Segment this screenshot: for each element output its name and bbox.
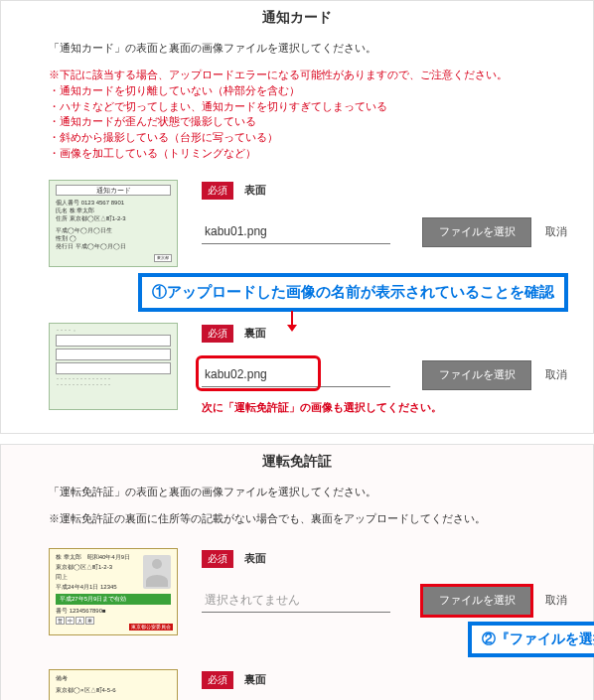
next-step-note: 次に「運転免許証」の画像も選択してください。 [202, 400, 593, 415]
file-name-back: kabu02.png [202, 363, 390, 387]
required-badge: 必須 [202, 550, 233, 568]
face-label-front: 表面 [244, 551, 266, 566]
avatar-icon [143, 555, 171, 589]
lic-cat: 普 [56, 617, 65, 625]
card-num: 0123 4567 8901 [81, 200, 124, 206]
lic-no-label: 番号 [56, 608, 68, 614]
warn-line: ・ハサミなどで切ってしまい、通知カードを切りすぎてしまっている [49, 99, 593, 115]
warn-line: ・通知カードを切り離していない（枠部分を含む） [49, 83, 593, 99]
callout-2: ②『ファイルを選択』をクリック↑ [468, 622, 594, 657]
upload-controls-lic-back: 必須 裏面 選択されてません ファイルを選択 取消 「ご注意事項」をご確認の上、… [202, 669, 593, 701]
lic-cat: 中 [66, 617, 74, 625]
preview-lic-back: 備考 東京都◯×区△町4-5-6 東京公安 [49, 669, 178, 701]
lic-ura-label: 備考 [56, 674, 171, 683]
card-exp: 発行日 平成◯年◯月◯日 [56, 243, 126, 249]
face-label-front: 表面 [244, 183, 266, 198]
lic-valid: 平成27年5月9日まで有効 [56, 594, 171, 605]
cancel-link-front-tsuchi[interactable]: 取消 [545, 224, 567, 239]
face-label-back: 裏面 [244, 326, 266, 341]
card-chip: 東京都 [154, 254, 172, 261]
warn-line: ・画像を加工している（トリミングなど） [49, 146, 593, 162]
required-badge: 必須 [202, 671, 233, 689]
cancel-link-front-lic[interactable]: 取消 [545, 593, 567, 608]
warn-line: ・通知カードが歪んだ状態で撮影している [49, 114, 593, 130]
card-name-label: 氏名 [56, 208, 68, 213]
upload-controls-lic-front: 必須 表面 選択されてません ファイルを選択 取消 ②『ファイルを選択』をクリッ… [202, 548, 593, 661]
section-tsuchi-card: 通知カード 「通知カード」の表面と裏面の画像ファイルを選択してください。 ※下記… [0, 0, 594, 434]
lic-no: 1234567890■ [70, 608, 106, 614]
section-description: 「運転免許証」の表面と裏面の画像ファイルを選択してください。 [49, 485, 593, 499]
callout-1: ①アップロードした画像の名前が表示されていることを確認 [138, 273, 568, 312]
required-badge: 必須 [202, 325, 233, 343]
preview-tsuchi-back: －－－－ ： －－－－－－－－－－－－－－ －－－－－－－－－－－－－－ [49, 323, 178, 410]
upload-row-back: －－－－ ： －－－－－－－－－－－－－－ －－－－－－－－－－－－－－ 必須 … [1, 319, 593, 419]
preview-lic-front: 株 幸太郎 昭和40年4月9日 東京都◯区△町1-2-3 同上 平成24年4月1… [49, 548, 178, 635]
warn-line: ※下記に該当する場合、アップロードエラーになる可能性がありますので、ご注意くださ… [49, 68, 593, 83]
lic-dob: 昭和40年4月9日 [87, 554, 130, 560]
choose-file-button-back-tsuchi[interactable]: ファイルを選択 [422, 360, 531, 390]
lic-ura-addr: 東京都◯×区△町4-5-6 [56, 686, 171, 695]
section-description: 「通知カード」の表面と裏面の画像ファイルを選択してください。 [49, 41, 593, 56]
callout-1-wrap: ①アップロードした画像の名前が表示されていることを確認 [138, 273, 593, 323]
section-title: 通知カード [1, 9, 593, 27]
section-note-2: ※運転免許証の裏面に住所等の記載がない場合でも、裏面をアップロードしてください。 [49, 511, 593, 526]
upload-row-front: 通知カード 個人番号 0123 4567 8901 氏名 株 幸太郎 住所 東京… [1, 176, 593, 271]
card-addr: 東京都◯区△町1-2-3 [70, 215, 126, 221]
card-sample-title: 通知カード [56, 185, 171, 196]
cancel-link-back-tsuchi[interactable]: 取消 [545, 367, 567, 382]
card-addr-label: 住所 [56, 215, 68, 221]
face-label-back: 裏面 [244, 672, 266, 687]
section-title: 運転免許証 [1, 453, 593, 471]
warning-block: ※下記に該当する場合、アップロードエラーになる可能性がありますので、ご注意くださ… [49, 68, 593, 162]
choose-file-button-front-lic[interactable]: ファイルを選択 [422, 586, 531, 616]
callout-2-wrap: ②『ファイルを選択』をクリック↑ [202, 622, 593, 661]
upload-row-lic-front: 株 幸太郎 昭和40年4月9日 東京都◯区△町1-2-3 同上 平成24年4月1… [1, 544, 593, 665]
card-name: 株 幸太郎 [70, 208, 95, 213]
card-sex: 性別 ◯ [56, 235, 76, 241]
card-dob: 平成◯年◯月◯日生 [56, 227, 112, 233]
upload-row-lic-back: 備考 東京都◯×区△町4-5-6 東京公安 必須 裏面 選択されてません ファイ… [1, 665, 593, 701]
upload-controls-back: 必須 裏面 kabu02.png ファイルを選択 取消 次に「運転免許証」の画像… [202, 323, 593, 415]
file-name-back-text: kabu02.png [205, 367, 267, 381]
lic-name: 株 幸太郎 [56, 554, 81, 560]
section-driver-license: 運転免許証 「運転免許証」の表面と裏面の画像ファイルを選択してください。 ※運転… [0, 444, 594, 701]
required-badge: 必須 [202, 182, 233, 200]
card-num-label: 個人番号 [56, 200, 79, 206]
preview-tsuchi-front: 通知カード 個人番号 0123 4567 8901 氏名 株 幸太郎 住所 東京… [49, 180, 178, 267]
choose-file-button-front-tsuchi[interactable]: ファイルを選択 [422, 217, 531, 247]
upload-controls-front: 必須 表面 kabu01.png ファイルを選択 取消 [202, 180, 593, 247]
warn-line: ・斜めから撮影している（台形に写っている） [49, 130, 593, 146]
lic-chip: 東京都公安委員会 [129, 624, 173, 630]
file-name-front: kabu01.png [202, 220, 390, 244]
lic-cat: 大 [75, 617, 84, 625]
lic-cat: 牽 [85, 617, 94, 625]
file-name-lic-front: 選択されてません [202, 589, 390, 613]
